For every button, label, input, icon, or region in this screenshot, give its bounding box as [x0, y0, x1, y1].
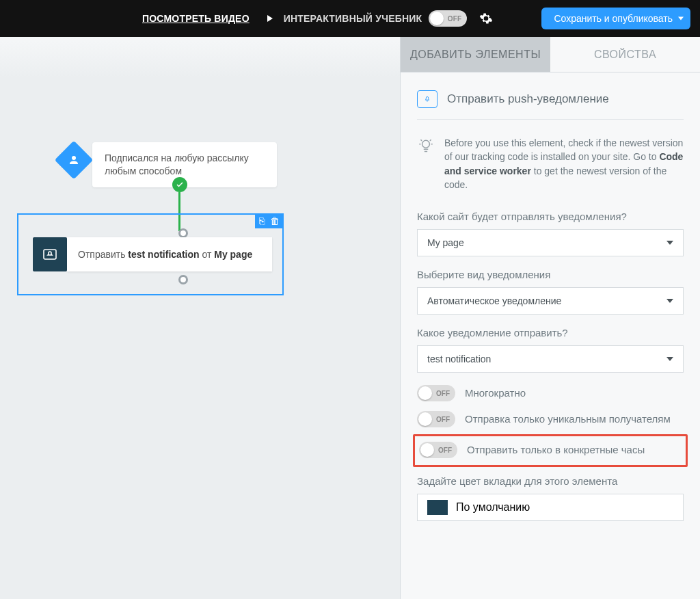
- bell-icon: [42, 246, 58, 263]
- select-type-value: Автоматическое уведомление: [427, 295, 561, 306]
- node-input-port[interactable]: [178, 228, 188, 238]
- node-output-port[interactable]: [178, 275, 188, 284]
- selection-toolbar: ⎘ 🗑: [255, 213, 284, 228]
- toggle-unique[interactable]: OFF: [417, 411, 455, 427]
- settings-icon[interactable]: [479, 12, 493, 25]
- chevron-down-icon: [667, 241, 673, 245]
- push-notification-icon: [417, 90, 438, 108]
- panel-title: Отправить push-уведомление: [447, 92, 609, 106]
- action-node-text: Отправить test notification от My page: [78, 249, 252, 260]
- tab-properties[interactable]: СВОЙСТВА: [550, 37, 700, 72]
- label-site: Какой сайт будет отправлять уведомления?: [417, 211, 684, 222]
- chevron-down-icon: [678, 17, 684, 21]
- check-icon: [172, 177, 187, 192]
- label-multiple: Многократно: [465, 385, 526, 400]
- highlighted-option: OFF Отправить только в конкретные часы: [413, 434, 688, 467]
- label-unique: Отправка только уникальным получателям: [465, 411, 671, 426]
- lightbulb-icon: [417, 137, 435, 155]
- select-color[interactable]: По умолчанию: [417, 494, 684, 521]
- delete-icon[interactable]: 🗑: [270, 216, 280, 226]
- color-swatch: [427, 500, 448, 515]
- user-icon: [68, 154, 80, 166]
- tutorial-label: ИНТЕРАКТИВНЫЙ УЧЕБНИК: [284, 13, 422, 24]
- toggle-hours[interactable]: OFF: [419, 442, 457, 458]
- save-publish-label: Сохранить и опубликовать: [554, 13, 673, 24]
- tutorial-toggle-state: OFF: [448, 15, 462, 23]
- svg-rect-0: [44, 250, 56, 259]
- tab-add-elements[interactable]: ДОБАВИТЬ ЭЛЕМЕНТЫ: [401, 37, 550, 72]
- select-which[interactable]: test notification: [417, 345, 684, 373]
- action-node-icon[interactable]: [33, 237, 67, 271]
- select-site-value: My page: [427, 237, 464, 248]
- panel-header: Отправить push-уведомление: [417, 90, 684, 120]
- label-color: Задайте цвет вкладки для этого элемента: [417, 475, 684, 487]
- tutorial-section: ИНТЕРАКТИВНЫЙ УЧЕБНИК OFF: [284, 10, 468, 27]
- watch-video-link[interactable]: ПОСМОТРЕТЬ ВИДЕО: [142, 13, 271, 24]
- action-node-card[interactable]: Отправить test notification от My page: [67, 237, 272, 271]
- watch-video-label: ПОСМОТРЕТЬ ВИДЕО: [142, 13, 250, 24]
- select-color-value: По умолчанию: [456, 501, 530, 514]
- duplicate-icon[interactable]: ⎘: [259, 216, 265, 226]
- svg-point-1: [422, 140, 430, 148]
- select-which-value: test notification: [427, 354, 491, 364]
- video-camera-icon: [256, 14, 271, 23]
- tutorial-toggle[interactable]: OFF: [429, 10, 467, 27]
- trigger-node-icon[interactable]: [55, 141, 94, 180]
- chevron-down-icon: [667, 357, 673, 361]
- toggle-multiple[interactable]: OFF: [417, 385, 455, 401]
- label-hours: Отправить только в конкретные часы: [467, 442, 645, 457]
- save-publish-button[interactable]: Сохранить и опубликовать: [541, 8, 690, 29]
- workflow-canvas[interactable]: Подписался на любую рассылку любым спосо…: [0, 37, 400, 599]
- label-which: Какое уведомление отправить?: [417, 327, 684, 338]
- select-site[interactable]: My page: [417, 229, 684, 256]
- trigger-node-text: Подписался на любую рассылку любым спосо…: [105, 152, 249, 176]
- select-type[interactable]: Автоматическое уведомление: [417, 287, 684, 315]
- label-type: Выберите вид уведомления: [417, 269, 684, 280]
- chevron-down-icon: [667, 299, 673, 303]
- tracking-code-hint: Before you use this element, check if th…: [417, 136, 684, 191]
